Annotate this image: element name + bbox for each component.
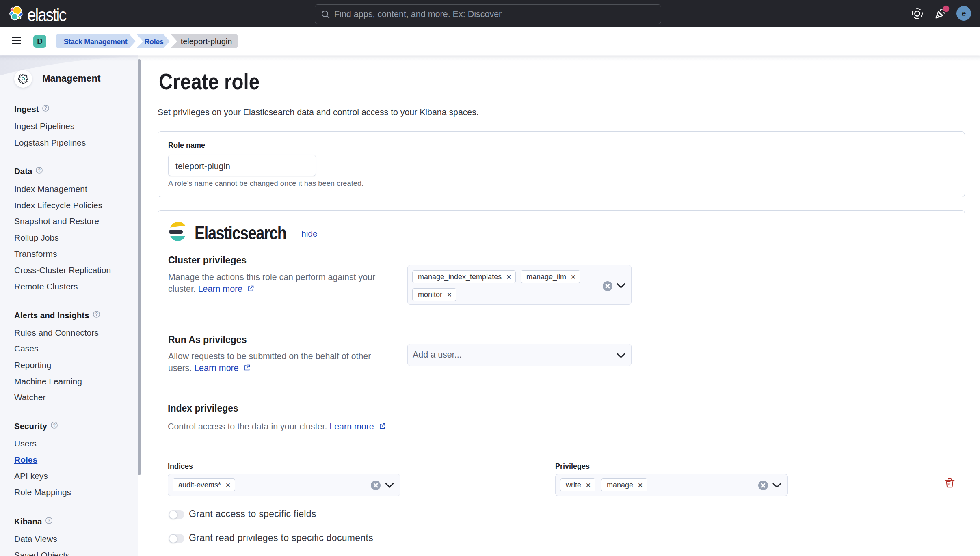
svg-text:Stack Management: Stack Management <box>64 38 128 46</box>
svg-text:?: ? <box>95 312 98 317</box>
svg-text:?: ? <box>45 106 48 110</box>
svg-text:Roles: Roles <box>144 38 163 46</box>
svg-text:?: ? <box>48 518 50 523</box>
svg-text:?: ? <box>38 168 41 172</box>
svg-text:teleport-plugin: teleport-plugin <box>181 37 232 46</box>
svg-text:?: ? <box>53 422 56 427</box>
